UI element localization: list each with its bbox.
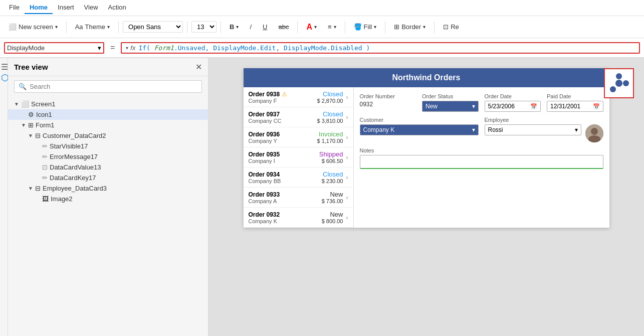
icon-overlay[interactable] (604, 68, 634, 98)
order-status-0937: Closed (317, 110, 343, 118)
calendar-icon-order-date: 📅 (530, 103, 537, 110)
sidebar-title: Tree view (14, 63, 195, 71)
formula-text[interactable]: If( Form1.Unsaved, DisplayMode.Edit, Dis… (138, 44, 370, 52)
field-employee: Employee Rossi ▾ (485, 117, 603, 142)
order-row-0934[interactable]: Order 0934 Company BB Closed $ 230.00 › (244, 167, 353, 188)
main-layout: ☰ ⬡ Tree view ✕ 🔍 ▼ ⬜ Screen1 ⚙ (0, 58, 644, 336)
select-employee[interactable]: Rossi ▾ (485, 124, 581, 135)
strikethrough-button[interactable]: abc (274, 21, 293, 33)
separator-2 (118, 21, 119, 33)
menu-home[interactable]: Home (25, 2, 53, 14)
tree-item-image2[interactable]: 🖼 Image2 (8, 194, 208, 204)
order-row-0936[interactable]: Order 0936 Company Y Invoiced $ 1,170.00… (244, 127, 353, 147)
order-chevron-0935[interactable]: › (346, 154, 348, 161)
bold-button[interactable]: B ▾ (225, 21, 243, 33)
reorder-button[interactable]: ⊡ Re (439, 21, 464, 33)
hamburger-icon[interactable]: ☰ (1, 62, 7, 68)
tree-item-errormessage17[interactable]: ✏ ErrorMessage17 (8, 151, 208, 162)
font-family-select[interactable]: Open Sans (123, 21, 183, 33)
tree-label-screen1: Screen1 (31, 100, 55, 108)
tree-label-employee-dc3: Employee_DataCard3 (43, 185, 107, 192)
order-row-0932[interactable]: Order 0932 Company K New $ 800.00 › (244, 208, 353, 228)
font-size-select[interactable]: 13 (191, 21, 217, 33)
order-amount-0934: $ 230.00 (322, 178, 343, 184)
border-button[interactable]: ⊞ Border ▾ (389, 21, 430, 33)
order-chevron-0933[interactable]: › (346, 194, 348, 201)
tree-item-datacardkey17[interactable]: ✏ DataCardKey17 (8, 173, 208, 183)
formula-expand-icon[interactable]: ▾ (126, 45, 128, 51)
search-box[interactable]: 🔍 (14, 80, 202, 93)
tree-item-datacardvalue13[interactable]: ⊡ DataCardValue13 (8, 162, 208, 173)
tree-item-employee-dc3[interactable]: ▼ ⊟ Employee_DataCard3 (8, 183, 208, 194)
menu-insert[interactable]: Insert (53, 2, 79, 14)
tree-item-starvisible17[interactable]: ✏ StarVisible17 (8, 141, 208, 151)
order-info-0932: Order 0932 Company K (249, 211, 322, 224)
employee-photo (585, 124, 603, 142)
order-company-0938: Company F (249, 98, 317, 104)
separator-7 (385, 21, 385, 33)
order-chevron-0937[interactable]: › (346, 114, 348, 121)
property-select[interactable]: DisplayMode (7, 44, 98, 52)
layers-icon[interactable]: ⬡ (1, 72, 7, 78)
collapse-arrow-employee-dc3[interactable]: ▼ (28, 186, 35, 191)
order-company-0934: Company BB (249, 178, 322, 184)
menu-file[interactable]: File (4, 2, 25, 14)
tree-item-form1[interactable]: ▼ ⊞ Form1 (8, 120, 208, 130)
chevron-down-icon-6: ▾ (374, 24, 376, 30)
order-row-0935[interactable]: Order 0935 Company I Shipped $ 606.50 › (244, 147, 353, 167)
input-notes[interactable] (360, 155, 603, 169)
italic-button[interactable]: / (245, 21, 256, 33)
property-chevron-icon[interactable]: ▾ (98, 44, 101, 52)
fx-label: fx (130, 44, 135, 52)
collapse-arrow-form1[interactable]: ▼ (21, 122, 28, 128)
separator-1 (66, 21, 67, 33)
separator-4 (221, 21, 221, 33)
menu-view[interactable]: View (79, 2, 103, 14)
input-paid-date[interactable]: 12/31/2001 📅 (547, 101, 603, 112)
detail-row-1: Order Number 0932 Order Status New ▾ Ord… (360, 93, 603, 112)
select-order-status[interactable]: New ▾ (422, 101, 479, 112)
screen-icon: ⬜ (9, 23, 17, 31)
underline-button[interactable]: U (258, 21, 272, 33)
new-screen-button[interactable]: ⬜ New screen ▾ (4, 21, 62, 33)
app-title: Northwind Orders (392, 73, 460, 82)
orders-list: Order 0938 ⚠ Company F Closed $ 2,870.00… (244, 87, 354, 228)
fill-button[interactable]: 🪣 Fill ▾ (349, 21, 381, 33)
separator-5 (297, 21, 298, 33)
order-chevron-0938[interactable]: › (346, 94, 348, 101)
order-chevron-0936[interactable]: › (346, 134, 348, 141)
formula-wrapper[interactable]: ▾ fx If( Form1.Unsaved, DisplayMode.Edit… (121, 42, 640, 54)
close-icon[interactable]: ✕ (195, 62, 202, 72)
order-num-0932: Order 0932 (249, 211, 322, 218)
order-chevron-0932[interactable]: › (346, 214, 348, 221)
theme-button[interactable]: Aa Theme ▾ (71, 21, 114, 33)
input-order-date[interactable]: 5/23/2006 📅 (485, 101, 541, 112)
font-color-button[interactable]: A ▾ (302, 20, 321, 34)
order-info-0934: Order 0934 Company BB (249, 171, 322, 184)
tree-item-icon1[interactable]: ⚙ Icon1 (8, 109, 208, 120)
field-order-date: Order Date 5/23/2006 📅 (485, 93, 541, 112)
order-row-0933[interactable]: Order 0933 Company A New $ 736.00 › (244, 188, 353, 208)
align-button[interactable]: ≡ ▾ (323, 21, 341, 33)
tree-item-customer-dc2[interactable]: ▼ ⊟ Customer_DataCard2 (8, 130, 208, 141)
tree-item-screen1[interactable]: ▼ ⬜ Screen1 (8, 99, 208, 109)
fill-icon: 🪣 (354, 23, 362, 31)
equals-sign: = (108, 43, 117, 52)
menu-action[interactable]: Action (103, 2, 131, 14)
svg-point-3 (615, 80, 622, 87)
order-amount-0936: $ 1,170.00 (317, 138, 343, 144)
chevron-down-icon-2: ▾ (107, 24, 110, 30)
search-input[interactable] (30, 83, 197, 90)
collapse-arrow-customer-dc2[interactable]: ▼ (28, 133, 35, 138)
order-row-0937[interactable]: Order 0937 Company CC Closed $ 3,810.00 … (244, 107, 353, 127)
select-customer[interactable]: Company K ▾ (360, 124, 479, 135)
search-icon: 🔍 (19, 83, 27, 90)
left-icons-panel: ☰ ⬡ (0, 58, 8, 336)
order-chevron-0934[interactable]: › (346, 174, 348, 181)
chevron-down-icon-4: ▾ (314, 24, 317, 30)
label-paid-date: Paid Date (547, 93, 603, 99)
svg-point-1 (591, 128, 598, 135)
order-row-0938[interactable]: Order 0938 ⚠ Company F Closed $ 2,870.00… (244, 87, 353, 107)
order-status-0936: Invoiced (317, 130, 343, 138)
collapse-arrow-screen1[interactable]: ▼ (14, 101, 21, 107)
